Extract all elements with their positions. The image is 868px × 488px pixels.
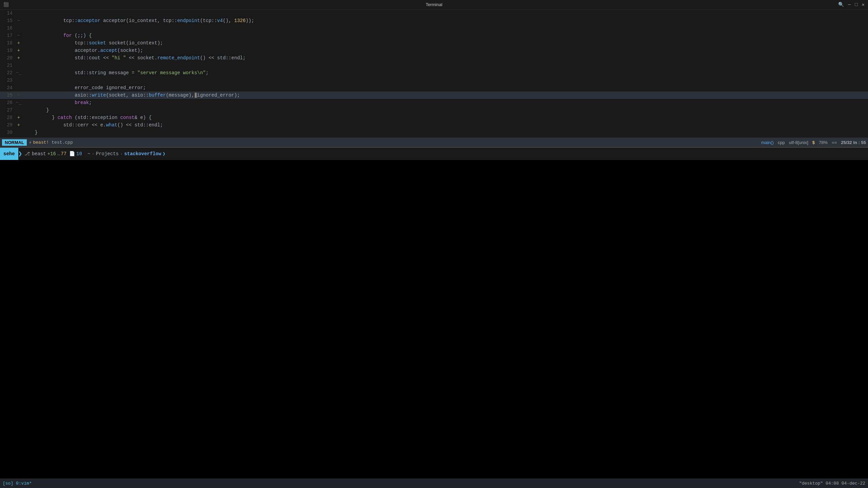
tmux-session: [so] 0:vim*	[3, 481, 32, 486]
file-icon: 📄	[69, 151, 75, 157]
lightning-icon: ⚡	[29, 140, 32, 145]
vim-statusbar: NORMAL ⚡ beast! test.cpp main() cpp utf-…	[0, 138, 868, 147]
vim-extra-file: test.cpp	[52, 140, 73, 145]
git-dots: …	[57, 151, 60, 157]
code-line-15: 15 ~ tcp::acceptor acceptor(io_context, …	[0, 17, 868, 24]
title-bar-controls: 🔍 ─ □ ✕	[838, 2, 865, 7]
git-untracked: 10	[76, 151, 82, 157]
git-changes: 77	[61, 151, 66, 157]
code-line-29: 29 + std::cerr << e.what() << std::endl;	[0, 121, 868, 129]
git-branch-icon: ⎇	[24, 151, 30, 157]
vim-mode: NORMAL	[2, 139, 27, 146]
title-bar-left: ⬛	[3, 2, 9, 7]
terminal-icon: ⬛	[3, 2, 9, 7]
code-line-26: 26 ~_ break;	[0, 99, 868, 106]
terminal-sep-icon: ❯	[18, 149, 22, 158]
search-icon[interactable]: 🔍	[838, 2, 844, 7]
vim-position: 25/32 ln : 55	[841, 140, 866, 145]
minimize-icon[interactable]: ─	[848, 2, 851, 7]
vim-dollar: $	[812, 140, 815, 145]
path-dir-current: stackoverflow	[124, 151, 161, 157]
path-arrow2: ›	[120, 151, 123, 157]
path-arrow1: ›	[92, 151, 94, 157]
vim-encoding: utf-8[unix]	[789, 140, 808, 145]
vim-status-right: main() cpp utf-8[unix] $ 78% == 25/32 ln…	[761, 140, 866, 145]
vim-lang: cpp	[778, 140, 785, 145]
terminal-cursor-icon: ❯	[163, 151, 165, 157]
tmux-time: "desktop" 04:08 04-dec-22	[799, 481, 865, 486]
code-line-30: 30 }	[0, 129, 868, 136]
path-dir-projects: Projects	[96, 151, 119, 157]
git-adds: +16	[47, 151, 56, 157]
terminal-bar: sehe ❯ ⎇ beast +16 … 77 📄 10 ~ › Project…	[0, 148, 868, 160]
vim-percent: 78%	[819, 140, 828, 145]
editor-area[interactable]: 14 15 ~ tcp::acceptor acceptor(io_contex…	[0, 9, 868, 138]
code-line-20: 20 + std::cout << "hi " << socket.remote…	[0, 54, 868, 62]
window-title: Terminal	[426, 2, 442, 7]
shell-area[interactable]	[0, 160, 868, 482]
vim-filename: beast!	[33, 140, 49, 145]
code-line-31: 31 }	[0, 136, 868, 138]
close-icon[interactable]: ✕	[862, 2, 865, 7]
terminal-user: sehe	[0, 148, 18, 160]
git-branch: beast	[32, 151, 46, 157]
title-bar: ⬛ Terminal 🔍 ─ □ ✕	[0, 0, 868, 9]
tmux-status-bar: [so] 0:vim* "desktop" 04:08 04-dec-22	[0, 479, 868, 488]
maximize-icon[interactable]: □	[855, 2, 857, 7]
path-tilde: ~	[87, 151, 90, 157]
code-line-22: 22 ~_ std::string message = "server mess…	[0, 69, 868, 77]
vim-func: main()	[761, 140, 774, 145]
vim-cols: ==	[832, 140, 837, 145]
